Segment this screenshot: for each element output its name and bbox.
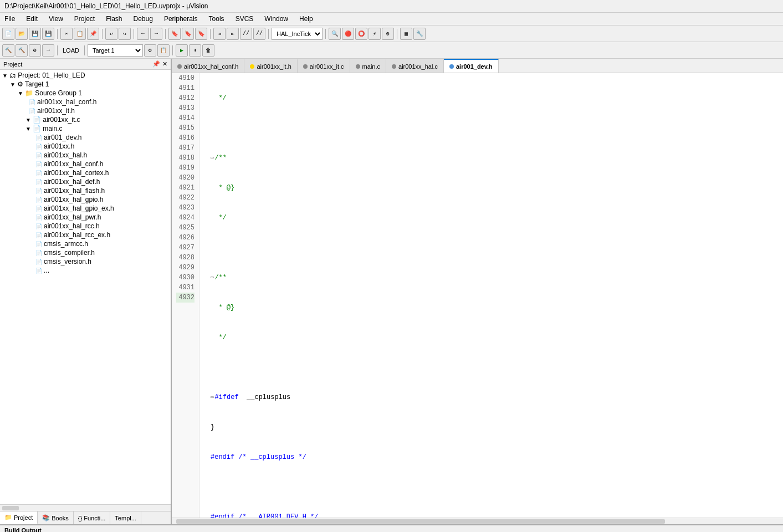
tree-hscroll[interactable] [0,504,171,511]
bookmark-btn[interactable]: 🔖 [168,28,181,40]
new-btn[interactable]: 📄 [2,28,14,40]
cut-btn[interactable]: ✂ [60,28,73,40]
tab-dot-4 [392,64,396,69]
project-pin-icon[interactable]: 📌 [152,60,160,68]
layout-btn[interactable]: ▦ [400,28,412,40]
open-btn[interactable]: 📂 [16,28,28,40]
project-panel: Project 📌 ✕ ▼ 🗂 Project: 01_Hello_LED ▼ … [0,59,172,524]
target-settings-btn[interactable]: ⚙ [144,44,156,57]
menu-item-svcs[interactable]: SVCS [233,14,256,24]
tree-sub-11[interactable]: 📄 air001xx_hal_rcc_ex.h [1,231,170,239]
tree-sub-7[interactable]: 📄 air001xx_hal_gpio.h [1,195,170,204]
load-label: LOAD [60,47,81,54]
function-dropdown[interactable]: HAL_IncTick [272,28,323,40]
dbg-step-btn[interactable]: → [42,44,54,57]
sep10 [84,45,85,55]
menu-item-debug[interactable]: Debug [131,14,155,24]
indent-btn[interactable]: ⇥ [213,28,226,40]
undo-btn[interactable]: ↩ [105,28,117,40]
project-close-icon[interactable]: ✕ [162,60,167,68]
bookmark3-btn[interactable]: 🔖 [195,28,207,40]
code-text[interactable]: */ ▭/** * @} */ ▭/** * @} */ ▭#ifdef __c… [199,73,783,518]
redo-btn[interactable]: ↪ [119,28,131,40]
file-tab-1[interactable]: air001xx_it.h [244,59,297,73]
menu-item-edit[interactable]: Edit [24,14,40,24]
menu-item-project[interactable]: Project [72,14,97,24]
comment-btn[interactable]: // [240,28,252,40]
download-btn[interactable]: ⬇ [189,44,201,57]
sep8 [397,29,397,39]
copy-btn[interactable]: 📋 [74,28,86,40]
nav-back-btn[interactable]: ← [137,28,149,40]
uncomment-btn[interactable]: // [253,28,265,40]
tab-books[interactable]: 📚 Books [38,511,74,524]
file-tab-5[interactable]: air001_dev.h [444,59,499,73]
menu-item-flash[interactable]: Flash [104,14,124,24]
tab-templates[interactable]: Templ... [110,511,141,524]
tree-file-3[interactable]: ▼ 📄 main.c [1,124,170,133]
code-editor[interactable]: 4910 4911 4912 4913 4914 4915 4916 4917 … [172,73,783,518]
sep7 [325,29,326,39]
tree-source-group[interactable]: ▼ 📁 Source Group 1 [1,89,170,98]
tree-sub-8[interactable]: 📄 air001xx_hal_gpio_ex.h [1,204,170,213]
menu-item-view[interactable]: View [47,14,65,24]
tree-sub-5[interactable]: 📄 air001xx_hal_def.h [1,177,170,186]
tree-target[interactable]: ▼ ⚙ Target 1 [1,80,170,89]
tree-sub-9[interactable]: 📄 air001xx_hal_pwr.h [1,213,170,222]
debug-btn[interactable]: 🔴 [342,28,354,40]
config-btn[interactable]: ⚙ [29,44,41,57]
target-manage-btn[interactable]: 📋 [157,44,170,57]
file-tab-0[interactable]: air001xx_hal_conf.h [172,59,244,73]
editor-hscroll[interactable] [172,518,783,524]
tree-sub-10[interactable]: 📄 air001xx_hal_rcc.h [1,222,170,231]
tab-dot-0 [177,64,182,69]
tree-sub-3[interactable]: 📄 air001xx_hal_conf.h [1,160,170,168]
menu-item-help[interactable]: Help [297,14,315,24]
code-line-4915 [203,243,780,253]
file-tab-2[interactable]: air001xx_it.c [298,59,350,73]
tab-functions[interactable]: {} Functi... [74,511,111,524]
menu-item-window[interactable]: Window [262,14,290,24]
build-btn[interactable]: 🔨 [2,44,14,57]
settings-btn[interactable]: ⚙ [382,28,394,40]
stop-btn[interactable]: ⭕ [355,28,367,40]
tree-file-1[interactable]: 📄 air001xx_it.h [1,106,170,115]
tree-sub-13[interactable]: 📄 cmsis_compiler.h [1,248,170,257]
target-dropdown[interactable]: Target 1 [88,44,143,57]
toolbar1: 📄 📂 💾 💾 ✂ 📋 📌 ↩ ↪ ← → 🔖 🔖 🔖 ⇥ ⇤ // // HA… [0,25,783,42]
tree-file-2[interactable]: ▼ 📄 air001xx_it.c [1,115,170,124]
editor-area: air001xx_hal_conf.h air001xx_it.h air001… [172,59,783,524]
flash-btn[interactable]: ⚡ [369,28,381,40]
tree-sub-14[interactable]: 📄 cmsis_version.h [1,257,170,266]
tree-sub-6[interactable]: 📄 air001xx_hal_flash.h [1,186,170,195]
rebuild-btn[interactable]: 🔨 [16,44,28,57]
menu-item-file[interactable]: File [2,14,17,24]
file-tab-3[interactable]: main.c [350,59,386,73]
nav-fwd-btn[interactable]: → [150,28,162,40]
tree-sub-2[interactable]: 📄 air001xx_hal.h [1,151,170,160]
sep5 [210,29,211,39]
bookmark2-btn[interactable]: 🔖 [182,28,194,40]
tree-sub-15[interactable]: 📄 ... [1,266,170,275]
unindent-btn[interactable]: ⇤ [227,28,239,40]
save-all-btn[interactable]: 💾 [42,28,54,40]
paste-btn[interactable]: 📌 [87,28,99,40]
menu-item-tools[interactable]: Tools [207,14,227,24]
tree-sub-12[interactable]: 📄 cmsis_armcc.h [1,239,170,248]
file-tab-4[interactable]: air001xx_hal.c [386,59,444,73]
erase-btn[interactable]: 🗑 [202,44,214,57]
menu-item-peripherals[interactable]: Peripherals [162,14,200,24]
tree-file-0[interactable]: 📄 air001xx_hal_conf.h [1,98,170,106]
find-btn[interactable]: 🔍 [329,28,341,40]
tools2-btn[interactable]: 🔧 [413,28,426,40]
tree-sub-4[interactable]: 📄 air001xx_hal_cortex.h [1,168,170,177]
tree-sub-0[interactable]: 📄 air001_dev.h [1,133,170,142]
code-line-4916: ▭/** [203,273,780,283]
title-text: D:\Project\Keil\Air001\01_Hello_LED\01_H… [4,2,208,10]
tree-root[interactable]: ▼ 🗂 Project: 01_Hello_LED [1,71,170,80]
save-btn[interactable]: 💾 [29,28,41,40]
tab-project[interactable]: 📁 Project [0,511,38,524]
tree-sub-1[interactable]: 📄 air001xx.h [1,142,170,151]
run-btn[interactable]: ▶ [176,44,188,57]
code-line-4913: * @} [203,183,780,193]
